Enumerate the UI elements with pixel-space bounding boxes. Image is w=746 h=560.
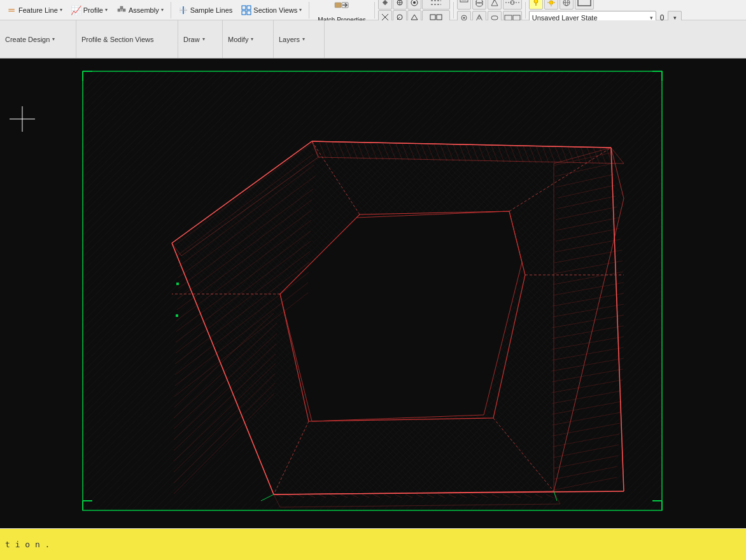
svg-rect-58 — [578, 0, 591, 6]
svg-rect-212 — [176, 314, 178, 317]
feature-line-label: Feature Line — [18, 6, 58, 14]
create-design-label: Create Design — [5, 36, 50, 43]
svg-rect-1 — [123, 9, 125, 11]
svg-rect-29 — [437, 15, 442, 20]
profile-button[interactable]: 📈 Profile ▾ — [67, 1, 111, 19]
separator1 — [171, 2, 171, 18]
match-properties-icon — [332, 0, 352, 17]
svg-line-41 — [476, 15, 479, 21]
assembly-icon — [116, 5, 127, 15]
profile-section-views-label: Profile & Section Views — [81, 36, 154, 43]
border-icon-btn[interactable] — [575, 0, 594, 10]
svg-rect-8 — [242, 6, 246, 10]
section-views-dropdown-icon: ▾ — [299, 7, 302, 13]
profile-icon: 📈 — [71, 5, 81, 15]
snap-btn-3[interactable] — [407, 0, 421, 10]
section-views-icon — [241, 5, 251, 15]
toolbar-row1: ═ Feature Line ▾ 📈 Profile ▾ Assembly ▾ — [0, 0, 746, 20]
layers-section[interactable]: Layers ▾ — [274, 20, 325, 58]
toolbar-spacer — [325, 20, 746, 58]
svg-point-50 — [549, 1, 553, 4]
separator2 — [309, 2, 309, 18]
layer-state-arrow: ▾ — [650, 15, 653, 21]
svg-line-36 — [493, 0, 495, 3]
svg-rect-46 — [505, 15, 512, 20]
profile-section-views-section[interactable]: Profile & Section Views — [76, 20, 178, 58]
svg-rect-9 — [247, 6, 251, 10]
svg-rect-28 — [430, 15, 435, 20]
draw-label: Draw — [183, 36, 200, 43]
profile-label: Profile — [83, 6, 103, 14]
assembly-dropdown-icon: ▾ — [161, 7, 164, 13]
display-icons-row1 — [529, 0, 682, 10]
svg-rect-11 — [247, 11, 251, 15]
sun-icon-btn[interactable] — [544, 0, 558, 10]
assembly-button[interactable]: Assembly ▾ — [113, 1, 167, 19]
svg-point-55 — [563, 0, 570, 6]
svg-rect-45 — [491, 16, 498, 20]
view-icon-4[interactable] — [503, 0, 522, 10]
svg-point-48 — [534, 0, 538, 3]
svg-rect-2 — [120, 6, 123, 9]
assembly-label: Assembly — [129, 6, 159, 14]
svg-rect-211 — [176, 283, 179, 285]
feature-line-icon: ═ — [6, 5, 17, 15]
toolbar: ═ Feature Line ▾ 📈 Profile ▾ Assembly ▾ — [0, 0, 746, 59]
svg-rect-10 — [242, 11, 246, 15]
layers-arrow: ▾ — [302, 36, 305, 42]
snap-btn-2[interactable] — [393, 0, 407, 10]
snap-btn-1[interactable] — [378, 0, 392, 10]
separator4 — [453, 2, 454, 18]
svg-point-40 — [463, 17, 465, 18]
modify-label: Modify — [228, 36, 248, 43]
create-design-arrow: ▾ — [52, 36, 55, 42]
create-design-section[interactable]: Create Design ▾ — [0, 20, 76, 58]
view-icon-3[interactable] — [488, 0, 502, 10]
layers-label: Layers — [279, 36, 300, 43]
view-icon-1[interactable] — [457, 0, 471, 10]
layer-dropdown-arrow-icon: ▾ — [673, 15, 677, 21]
material-icon-btn[interactable] — [560, 0, 574, 10]
draw-section[interactable]: Draw ▾ — [178, 20, 223, 58]
view-icon-2[interactable] — [472, 0, 486, 10]
snap-btn-4[interactable] — [422, 0, 450, 10]
snap-row1 — [378, 0, 450, 10]
feature-line-dropdown-icon: ▾ — [60, 7, 62, 13]
sample-lines-button[interactable]: Sample Lines — [174, 1, 237, 19]
svg-rect-12 — [335, 3, 341, 8]
sample-lines-icon — [178, 5, 188, 15]
status-bar: t i o n . — [0, 528, 746, 560]
svg-rect-30 — [460, 0, 468, 2]
modify-arrow: ▾ — [251, 36, 253, 42]
svg-point-44 — [478, 17, 481, 19]
cad-canvas-area[interactable] — [0, 59, 746, 528]
svg-rect-47 — [513, 15, 520, 20]
view-icons-row1 — [457, 0, 522, 10]
status-text: t i o n . — [5, 540, 50, 549]
toolbar-row2: Create Design ▾ Profile & Section Views … — [0, 20, 746, 58]
modify-section[interactable]: Modify ▾ — [223, 20, 274, 58]
svg-point-21 — [413, 1, 416, 4]
separator5 — [525, 2, 526, 18]
section-views-button[interactable]: Section Views ▾ — [237, 1, 306, 19]
profile-dropdown-icon: ▾ — [105, 7, 108, 13]
feature-line-button[interactable]: ═ Feature Line ▾ — [3, 1, 66, 19]
section-views-label: Section Views — [253, 6, 297, 14]
svg-line-42 — [479, 15, 482, 21]
cad-drawing — [0, 59, 746, 528]
svg-point-56 — [565, 0, 568, 6]
draw-arrow: ▾ — [202, 36, 205, 42]
sample-lines-label: Sample Lines — [190, 6, 233, 14]
separator3 — [374, 2, 375, 18]
bulb-icon-btn[interactable] — [529, 0, 543, 10]
svg-rect-0 — [118, 9, 120, 11]
